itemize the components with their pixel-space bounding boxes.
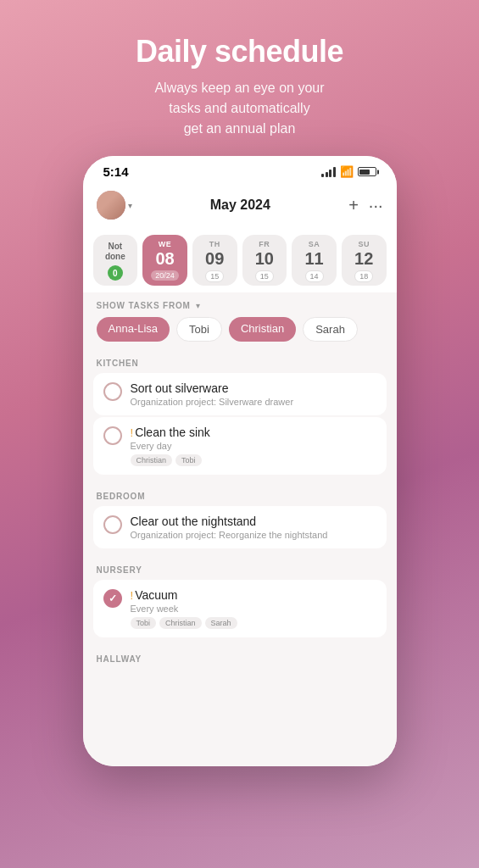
task-content-2: !Clean the sink Every day Christian Tobi: [131, 426, 376, 466]
day-card-thu[interactable]: TH 09 15: [192, 235, 237, 286]
hero-title: Daily schedule: [136, 34, 343, 70]
battery-icon: [358, 167, 376, 176]
month-title: May 2024: [139, 198, 343, 213]
day-label-sat: SA: [309, 240, 320, 248]
task-sort-silverware[interactable]: Sort out silverware Organization project…: [93, 373, 387, 415]
chip-anna-lisa[interactable]: Anna-Lisa: [97, 317, 170, 342]
task-subtitle-2: Every day: [131, 441, 376, 451]
day-label-wed: WE: [159, 240, 172, 248]
task-subtitle-4: Every week: [131, 604, 376, 614]
chip-tobi[interactable]: Tobi: [176, 317, 222, 342]
day-count-sun: 18: [354, 270, 373, 282]
hero-subtitle: Always keep an eye on yourtasks and auto…: [136, 78, 343, 139]
day-number-thu: 09: [205, 250, 224, 267]
more-button[interactable]: ···: [369, 197, 383, 214]
calendar-strip: Notdone 0 WE 08 20/24 TH 09 15 FR 10 15 …: [83, 228, 397, 292]
section-kitchen: KITCHEN: [83, 350, 397, 373]
task-content-1: Sort out silverware Organization project…: [131, 381, 376, 407]
tag-tobi-2: Tobi: [131, 617, 157, 629]
day-number-sat: 11: [304, 250, 323, 267]
task-title-2: !Clean the sink: [131, 426, 376, 439]
show-tasks-chevron-icon: ▾: [196, 301, 200, 310]
task-vacuum[interactable]: ✓ !Vacuum Every week Tobi Christian Sara…: [93, 580, 387, 637]
task-subtitle-3: Organization project: Reorganize the nig…: [131, 530, 376, 540]
chevron-down-icon: ▾: [128, 201, 132, 210]
not-done-badge: 0: [108, 265, 123, 281]
hero-section: Daily schedule Always keep an eye on you…: [102, 0, 377, 156]
task-tags-2: Christian Tobi: [131, 454, 376, 466]
not-done-label: Notdone: [105, 242, 125, 262]
status-bar: 5:14 📶: [83, 156, 397, 184]
task-circle-2[interactable]: [103, 426, 122, 445]
task-subtitle-1: Organization project: Silverware drawer: [131, 397, 376, 407]
tag-tobi: Tobi: [175, 454, 202, 466]
priority-icon-2: !: [131, 426, 134, 439]
header-actions: + ···: [348, 197, 382, 214]
day-count-fri: 15: [255, 270, 274, 282]
task-title-3: Clear out the nightstand: [131, 515, 376, 528]
task-content-4: !Vacuum Every week Tobi Christian Sarah: [131, 588, 376, 629]
phone-container: 5:14 📶 ▾ May 2024 + ··· Notdone: [83, 156, 397, 766]
checkmark-icon: ✓: [109, 593, 117, 604]
chip-christian[interactable]: Christian: [229, 317, 296, 342]
status-time: 5:14: [103, 164, 129, 179]
day-card-sun[interactable]: SU 12 18: [342, 235, 387, 286]
task-nightstand[interactable]: Clear out the nightstand Organization pr…: [93, 506, 387, 548]
section-nursery: NURSERY: [83, 557, 397, 580]
day-number-sun: 12: [354, 250, 373, 267]
person-chips: Anna-Lisa Tobi Christian Sarah: [83, 317, 397, 350]
wifi-icon: 📶: [340, 165, 354, 178]
section-bedroom: BEDROOM: [83, 483, 397, 506]
day-count-thu: 15: [205, 270, 224, 282]
show-tasks-bar[interactable]: SHOW TASKS FROM ▾: [83, 292, 397, 317]
task-content-3: Clear out the nightstand Organization pr…: [131, 515, 376, 540]
chip-sarah[interactable]: Sarah: [303, 317, 358, 342]
status-icons: 📶: [321, 165, 376, 178]
signal-icon: [321, 167, 336, 177]
avatar: [97, 191, 125, 220]
tag-sarah: Sarah: [205, 617, 237, 629]
add-button[interactable]: +: [348, 197, 359, 214]
section-hallway: HALLWAY: [83, 646, 397, 669]
day-card-sat[interactable]: SA 11 14: [292, 235, 337, 286]
task-circle-3[interactable]: [103, 515, 122, 534]
task-circle-1[interactable]: [103, 382, 122, 401]
task-tags-4: Tobi Christian Sarah: [131, 617, 376, 629]
day-label-fri: FR: [259, 240, 270, 248]
day-label-thu: TH: [209, 240, 220, 248]
app-header: ▾ May 2024 + ···: [83, 184, 397, 228]
day-label-sun: SU: [358, 240, 370, 248]
day-number-wed: 08: [155, 250, 174, 267]
day-count-sat: 14: [305, 270, 324, 282]
task-title-1: Sort out silverware: [131, 381, 376, 395]
task-title-4: !Vacuum: [131, 588, 376, 602]
day-card-wed[interactable]: WE 08 20/24: [142, 235, 187, 286]
not-done-card[interactable]: Notdone 0: [93, 235, 138, 286]
task-clean-sink[interactable]: !Clean the sink Every day Christian Tobi: [93, 417, 387, 475]
avatar-container[interactable]: ▾: [97, 191, 132, 220]
scroll-area[interactable]: SHOW TASKS FROM ▾ Anna-Lisa Tobi Christi…: [83, 292, 397, 766]
task-circle-4[interactable]: ✓: [103, 589, 122, 608]
day-count-wed: 20/24: [151, 270, 179, 281]
show-tasks-label: SHOW TASKS FROM: [97, 301, 191, 310]
tag-christian-2: Christian: [159, 617, 202, 629]
priority-icon-4: !: [131, 589, 134, 602]
day-card-fri[interactable]: FR 10 15: [242, 235, 287, 286]
day-number-fri: 10: [255, 250, 274, 267]
tag-christian: Christian: [131, 454, 173, 466]
